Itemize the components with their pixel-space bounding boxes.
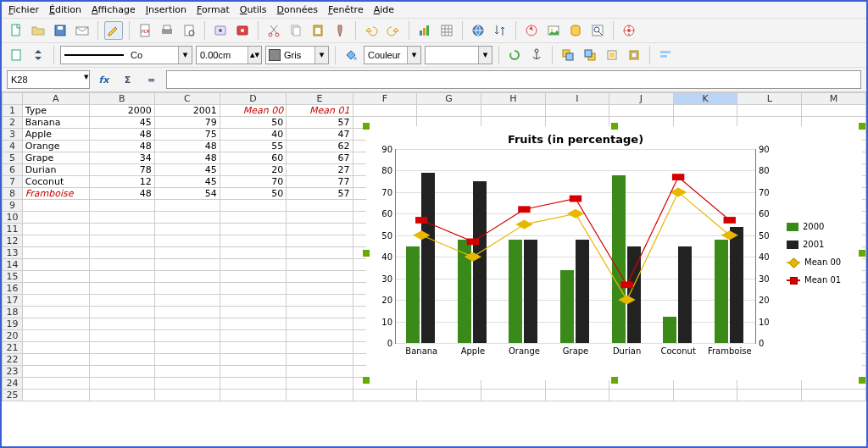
cell-E24[interactable]: [287, 378, 353, 390]
cell-D23[interactable]: [220, 366, 286, 378]
row-header-19[interactable]: 19: [3, 318, 23, 330]
cell-B14[interactable]: [89, 259, 154, 271]
menu-outils[interactable]: Outils: [240, 4, 267, 15]
name-box-input[interactable]: [8, 71, 84, 88]
help-icon[interactable]: [620, 21, 638, 40]
cell-L1[interactable]: [737, 105, 802, 117]
cell-D19[interactable]: [220, 318, 286, 330]
cell-C15[interactable]: [154, 271, 220, 283]
cell-A20[interactable]: [22, 330, 89, 342]
cell-M1[interactable]: [802, 105, 866, 117]
cell-E22[interactable]: [287, 354, 353, 366]
cell-E11[interactable]: [287, 224, 353, 235]
menu-format[interactable]: Format: [197, 4, 230, 15]
chart-icon[interactable]: [415, 21, 434, 40]
cell-B1[interactable]: 2000: [89, 105, 154, 117]
cell-B22[interactable]: [89, 354, 154, 366]
cell-D5[interactable]: 60: [220, 152, 286, 164]
cell-D12[interactable]: [220, 235, 286, 247]
cell-A24[interactable]: [22, 378, 89, 390]
dropdown-arrow-icon[interactable]: ▾: [314, 47, 328, 64]
cell-G25[interactable]: [417, 390, 481, 401]
cell-G1[interactable]: [417, 105, 481, 117]
open-icon[interactable]: [29, 21, 47, 40]
cell-A15[interactable]: [22, 271, 89, 283]
anchor-icon[interactable]: [527, 46, 546, 64]
line-style-combo[interactable]: ▾: [60, 46, 192, 64]
cell-D4[interactable]: 55: [220, 141, 286, 152]
cell-E25[interactable]: [287, 390, 353, 401]
cell-C11[interactable]: [154, 224, 220, 235]
fill-type-input[interactable]: [364, 47, 407, 64]
name-box[interactable]: ▾: [7, 70, 90, 89]
menu-données[interactable]: Données: [277, 4, 318, 15]
row-header-13[interactable]: 13: [3, 247, 23, 259]
cell-E3[interactable]: 47: [287, 129, 353, 141]
cell-J25[interactable]: [609, 390, 673, 401]
cell-E2[interactable]: 57: [287, 117, 353, 129]
cell-A13[interactable]: [22, 247, 89, 259]
cell-A22[interactable]: [22, 354, 89, 366]
cell-B23[interactable]: [89, 366, 154, 378]
cell-F1[interactable]: [353, 105, 417, 117]
cell-B3[interactable]: 48: [89, 129, 154, 141]
cell-A19[interactable]: [22, 318, 89, 330]
cell-K25[interactable]: [673, 390, 737, 401]
col-header-E[interactable]: E: [287, 93, 353, 105]
cell-D15[interactable]: [220, 271, 286, 283]
row-header-2[interactable]: 2: [3, 117, 23, 129]
row-header-23[interactable]: 23: [3, 366, 23, 378]
anchor-menu-icon[interactable]: [7, 46, 25, 64]
cell-E23[interactable]: [287, 366, 353, 378]
cell-B6[interactable]: 78: [89, 164, 154, 176]
cell-C16[interactable]: [154, 283, 220, 295]
cell-H1[interactable]: [481, 105, 545, 117]
cell-B18[interactable]: [89, 307, 154, 318]
resize-handle[interactable]: [859, 123, 865, 130]
cell-A21[interactable]: [22, 342, 89, 354]
cell-B11[interactable]: [89, 224, 154, 235]
cell-B8[interactable]: 48: [89, 188, 154, 200]
spinner-icon[interactable]: ▴▾: [248, 47, 261, 64]
cell-A4[interactable]: Orange: [22, 141, 89, 152]
cell-B17[interactable]: [89, 295, 154, 307]
row-header-12[interactable]: 12: [3, 235, 23, 247]
sum-icon[interactable]: Σ: [119, 70, 137, 89]
cell-D10[interactable]: [220, 212, 286, 224]
row-header-15[interactable]: 15: [3, 271, 23, 283]
cell-I1[interactable]: [545, 105, 609, 117]
col-header-A[interactable]: A: [22, 93, 89, 105]
cell-A12[interactable]: [22, 235, 89, 247]
row-header-21[interactable]: 21: [3, 342, 23, 354]
cell-C17[interactable]: [154, 295, 220, 307]
cell-A10[interactable]: [22, 212, 89, 224]
cell-D16[interactable]: [220, 283, 286, 295]
cell-E6[interactable]: 27: [287, 164, 353, 176]
menu-fichier[interactable]: Fichier: [8, 4, 39, 15]
cell-A18[interactable]: [22, 307, 89, 318]
cell-C13[interactable]: [154, 247, 220, 259]
to-foreground-icon[interactable]: [603, 46, 621, 64]
col-header-J[interactable]: J: [609, 93, 673, 105]
cell-E8[interactable]: 57: [287, 188, 353, 200]
cell-D3[interactable]: 40: [220, 129, 286, 141]
cell-E10[interactable]: [287, 212, 353, 224]
row-header-1[interactable]: 1: [3, 105, 23, 117]
cell-A11[interactable]: [22, 224, 89, 235]
row-header-3[interactable]: 3: [3, 129, 23, 141]
cell-E1[interactable]: Mean 01: [287, 105, 353, 117]
line-color-input[interactable]: [281, 47, 314, 64]
cell-A2[interactable]: Banana: [22, 117, 89, 129]
fill-type-combo[interactable]: ▾: [364, 46, 421, 64]
cell-E20[interactable]: [287, 330, 353, 342]
cell-C14[interactable]: [154, 259, 220, 271]
row-header-20[interactable]: 20: [3, 330, 23, 342]
menu-affichage[interactable]: Affichage: [92, 4, 136, 15]
edit-mode-icon[interactable]: [104, 21, 123, 40]
cell-C6[interactable]: 45: [154, 164, 220, 176]
mail-icon[interactable]: [73, 21, 92, 40]
to-background-icon[interactable]: [625, 46, 643, 64]
cell-B2[interactable]: 45: [89, 117, 154, 129]
cell-C4[interactable]: 48: [154, 141, 220, 152]
sort-icon[interactable]: [491, 21, 509, 40]
